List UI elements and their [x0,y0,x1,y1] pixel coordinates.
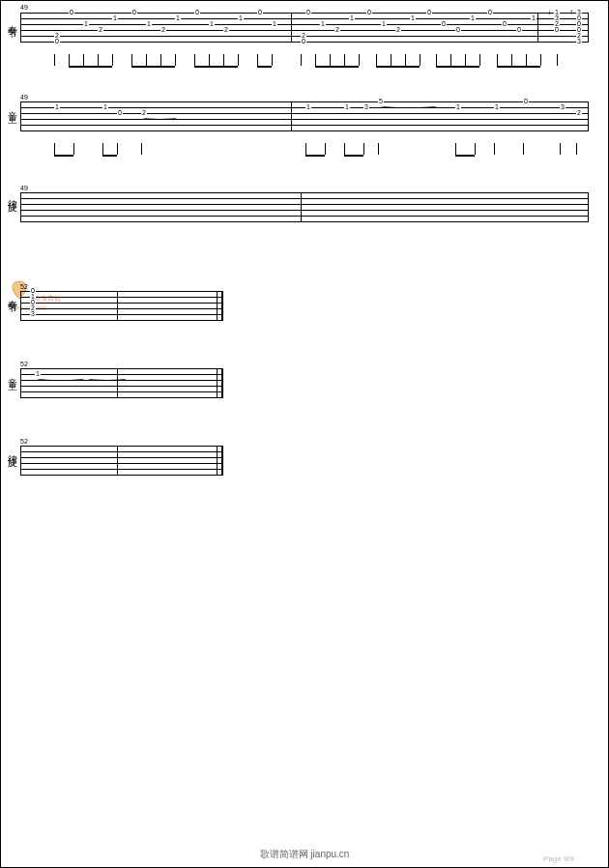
tab-fret: 0 [69,10,74,15]
lead-tab-staff-1: 1 1 0 2 1 1 3 5 1 1 0 3 2 [20,101,589,130]
strum-down-icon: ↓ [547,8,551,16]
tab-fret: 1 [305,104,311,110]
tab-fret: 1 [349,15,355,21]
tab-fret: 3 [363,104,369,110]
tab-fret: 0 [305,10,311,15]
final-barline [217,368,223,397]
tab-fret: 3 [576,39,582,44]
measure-number: 52 [20,438,28,445]
rhythm-notation [20,54,589,73]
tab-fret: 1 [146,21,152,27]
tab-fret: 1 [381,21,387,27]
tab-fret: 1 [209,21,215,27]
measure-number: 49 [20,4,28,11]
rhythm-tab-staff-2: 0 1 0 2 3 [20,291,223,320]
tab-fret: 1 [54,104,60,110]
tab-fret: 1 [112,15,118,21]
tab-fret: 3 [30,311,36,317]
tab-fret: 2 [576,110,582,116]
tab-fret: 0 [131,10,137,15]
tab-fret: 0 [516,27,522,33]
tab-fret: 1 [238,15,244,21]
accomp-tab-staff-1 [20,192,589,221]
tab-fret: 3 [560,104,566,110]
tab-fret: 0 [554,27,560,33]
tab-fret: 0 [523,99,529,104]
tie-icon [37,376,85,381]
final-barline [217,291,223,320]
tab-fret: 1 [175,15,181,21]
tab-fret: 1 [83,21,89,27]
rhythm-notation [20,143,589,162]
tab-fret: 0 [366,10,372,15]
tab-fret: 0 [487,10,493,15]
tab-fret: 1 [410,15,416,21]
footer-site: 歌谱简谱网 jianpu.cn [260,848,350,861]
tab-fret: 5 [378,99,384,104]
accomp-tab-staff-2 [20,446,223,475]
tab-fret: 0 [455,27,461,33]
tab-fret: 0 [117,110,123,116]
tab-fret: 1 [455,104,461,110]
tab-fret: 2 [160,27,166,33]
lead-tab-staff-2: 1 [20,368,223,397]
tie-icon [380,103,438,108]
tab-fret: 2 [334,27,340,33]
tab-fret: 0 [441,21,447,27]
tab-fret: 2 [223,27,229,33]
tab-fret: 2 [395,27,401,33]
measure-number: 52 [20,283,28,290]
tab-fret: 0 [426,10,432,15]
tab-fret: 1 [320,21,326,27]
tab-fret: 0 [194,10,200,15]
tie-icon [88,376,127,381]
tab-fret: 1 [531,15,536,21]
tab-fret: 0 [257,10,263,15]
measure-number: 49 [20,185,28,191]
tab-fret: 2 [98,27,103,33]
tab-fret: 0 [54,39,60,44]
tab-fret: 1 [344,104,350,110]
tab-fret: 1 [470,15,476,21]
final-barline [217,446,223,475]
measure-number: 49 [20,94,28,101]
tab-fret: 0 [301,39,306,44]
tab-fret: 0 [502,21,508,27]
tie-icon [143,115,177,120]
tab-fret: 1 [494,104,500,110]
measure-number: 52 [20,361,28,367]
tab-fret: 1 [102,104,108,110]
sheet-music-page: 49 节奏 0 1 2 1 0 1 2 1 2 0 0 [0,0,609,868]
footer-page: Page 9/9 [543,854,574,863]
tab-fret: 1 [272,21,277,27]
rhythm-tab-staff-1: 0 1 2 1 0 1 2 1 2 0 0 1 2 1 0 1 0 1 2 1 … [20,13,589,42]
tab-fret: 2 [141,110,147,116]
tab-fret: 1 [35,371,41,377]
strum-up-icon: ↑ [569,8,573,16]
